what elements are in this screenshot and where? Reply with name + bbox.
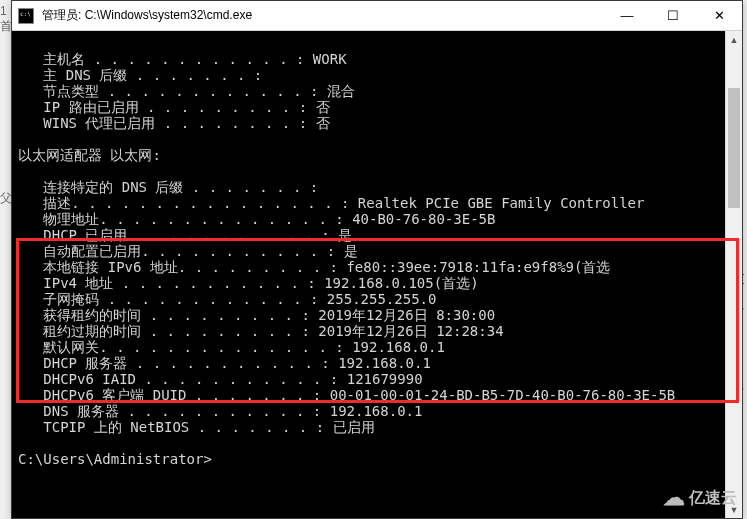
console-line: 获得租约的时间 . . . . . . . . . : 2019年12月26日 … xyxy=(18,307,719,323)
cursor xyxy=(212,453,220,467)
console-line: 默认网关. . . . . . . . . . . . . . : 192.16… xyxy=(18,339,719,355)
maximize-button[interactable]: ☐ xyxy=(650,1,696,30)
console-line: 物理地址. . . . . . . . . . . . . . : 40-B0-… xyxy=(18,211,719,227)
console-line: 主机名 . . . . . . . . . . . . : WORK xyxy=(18,51,719,67)
console-line: 自动配置已启用. . . . . . . . . . . : 是 xyxy=(18,243,719,259)
console-output[interactable]: 主机名 . . . . . . . . . . . . : WORK 主 DNS… xyxy=(12,31,725,518)
console-line: C:\Users\Administrator> xyxy=(18,451,719,467)
console-line xyxy=(18,35,719,51)
console-line: WINS 代理已启用 . . . . . . . . : 否 xyxy=(18,115,719,131)
console-line xyxy=(18,131,719,147)
console-line: TCPIP 上的 NetBIOS . . . . . . . : 已启用 xyxy=(18,419,719,435)
console-line xyxy=(18,435,719,451)
console-line: IP 路由已启用 . . . . . . . . . : 否 xyxy=(18,99,719,115)
console-line: 以太网适配器 以太网: xyxy=(18,147,719,163)
console-line: 连接特定的 DNS 后缀 . . . . . . . : xyxy=(18,179,719,195)
console-line: 本地链接 IPv6 地址. . . . . . . . . : fe80::39… xyxy=(18,259,719,275)
cmd-window: 管理员: C:\Windows\system32\cmd.exe — ☐ ✕ 主… xyxy=(11,0,743,519)
console-line: 描述. . . . . . . . . . . . . . . . : Real… xyxy=(18,195,719,211)
console-line: DHCPv6 IAID . . . . . . . . . . . : 1216… xyxy=(18,371,719,387)
console-line: DHCP 服务器 . . . . . . . . . . . : 192.168… xyxy=(18,355,719,371)
scroll-down-button[interactable]: ▼ xyxy=(726,501,742,518)
console-line: DNS 服务器 . . . . . . . . . . . : 192.168.… xyxy=(18,403,719,419)
console-area: 主机名 . . . . . . . . . . . . : WORK 主 DNS… xyxy=(12,31,742,518)
close-button[interactable]: ✕ xyxy=(696,1,742,30)
console-line: 租约过期的时间 . . . . . . . . . : 2019年12月26日 … xyxy=(18,323,719,339)
console-line: IPv4 地址 . . . . . . . . . . . : 192.168.… xyxy=(18,275,719,291)
titlebar[interactable]: 管理员: C:\Windows\system32\cmd.exe — ☐ ✕ xyxy=(12,1,742,31)
window-title: 管理员: C:\Windows\system32\cmd.exe xyxy=(40,7,604,24)
window-controls: — ☐ ✕ xyxy=(604,1,742,30)
console-line: 主 DNS 后缀 . . . . . . . : xyxy=(18,67,719,83)
console-line: DHCP 已启用 . . . . . . . . . . . : 是 xyxy=(18,227,719,243)
minimize-button[interactable]: — xyxy=(604,1,650,30)
scroll-up-button[interactable]: ▲ xyxy=(726,31,742,48)
scrollbar-thumb[interactable] xyxy=(728,88,740,208)
console-line xyxy=(18,163,719,179)
console-line: DHCPv6 客户端 DUID . . . . . . . : 00-01-00… xyxy=(18,387,719,403)
cmd-icon xyxy=(18,8,34,24)
console-line: 节点类型 . . . . . . . . . . . . : 混合 xyxy=(18,83,719,99)
scrollbar[interactable]: ▲ ▼ xyxy=(725,31,742,518)
console-line: 子网掩码 . . . . . . . . . . . . : 255.255.2… xyxy=(18,291,719,307)
scrollbar-track[interactable] xyxy=(726,48,742,501)
